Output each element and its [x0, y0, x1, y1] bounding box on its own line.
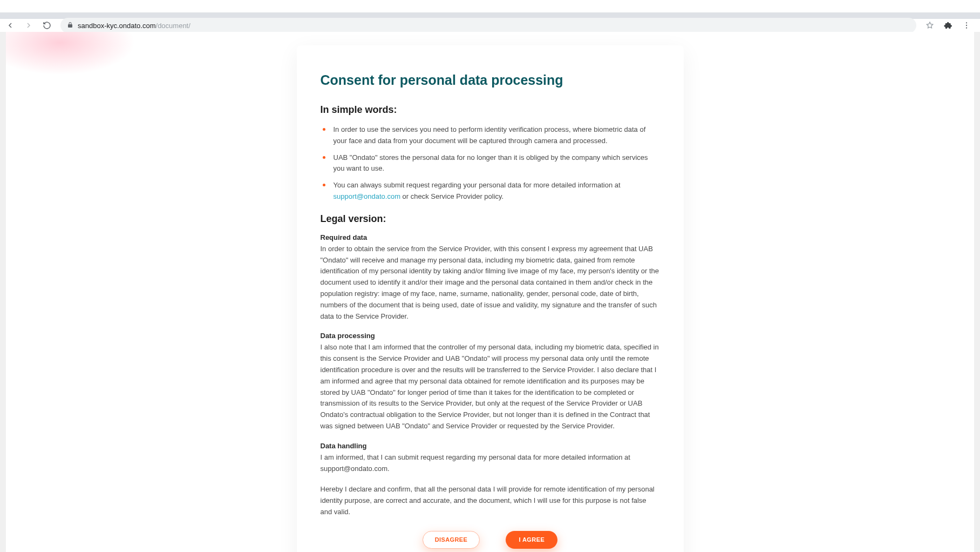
svg-point-2 [966, 28, 967, 29]
menu-button[interactable] [959, 18, 974, 32]
forward-button[interactable] [22, 18, 36, 32]
list-item-text: You can always submit request regarding … [334, 181, 621, 189]
legal-heading: Legal version: [321, 213, 660, 225]
svg-point-0 [966, 22, 967, 23]
lock-icon [67, 22, 73, 30]
legal-subhead: Data handling [321, 442, 660, 450]
browser-toolbar: sandbox-kyc.ondato.com/document/ [0, 19, 980, 32]
support-email-link[interactable]: support@ondato.com [334, 192, 401, 200]
action-buttons: DISAGREE I AGREE [321, 531, 660, 549]
reload-button[interactable] [40, 18, 54, 32]
simple-list: In order to use the services you need to… [321, 124, 660, 203]
legal-section: Required data In order to obtain the ser… [321, 233, 660, 518]
page-title: Consent for personal data processing [321, 72, 660, 88]
legal-declaration: Hereby I declare and confirm, that all t… [321, 484, 660, 517]
legal-subhead: Required data [321, 233, 660, 241]
legal-body: I also note that I am informed that the … [321, 342, 660, 432]
address-url: sandbox-kyc.ondato.com/document/ [78, 22, 190, 30]
list-item: UAB "Ondato" stores the personal data fo… [321, 152, 660, 175]
consent-card: Consent for personal data processing In … [297, 45, 684, 552]
agree-button[interactable]: I AGREE [506, 531, 557, 549]
bookmark-button[interactable] [923, 18, 937, 32]
page-viewport[interactable]: Consent for personal data processing In … [6, 32, 974, 552]
list-item: In order to use the services you need to… [321, 124, 660, 147]
simple-heading: In simple words: [321, 104, 660, 116]
svg-point-1 [966, 25, 967, 26]
legal-body: In order to obtain the service from the … [321, 244, 660, 322]
legal-subhead: Data processing [321, 332, 660, 340]
extensions-button[interactable] [941, 18, 955, 32]
address-bar[interactable]: sandbox-kyc.ondato.com/document/ [60, 18, 916, 33]
background-glow [6, 32, 135, 75]
disagree-button[interactable]: DISAGREE [423, 531, 480, 549]
legal-body: I am informed, that I can submit request… [321, 452, 660, 475]
back-button[interactable] [3, 18, 17, 32]
list-item: You can always submit request regarding … [321, 180, 660, 203]
list-item-text: or check Service Provider policy. [400, 192, 503, 200]
